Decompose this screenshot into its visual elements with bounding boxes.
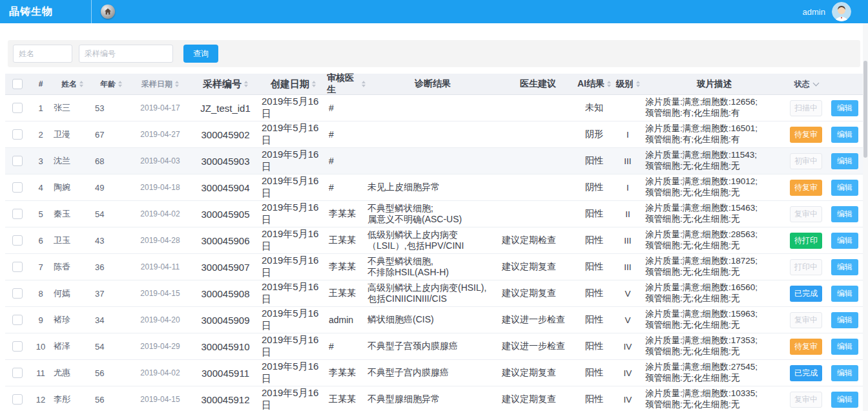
cell-level: III	[612, 156, 643, 167]
row-checkbox[interactable]	[12, 103, 23, 113]
sort-caret-icon[interactable]	[244, 81, 248, 87]
status-button[interactable]: 已完成	[790, 365, 822, 381]
cell-edit: 编辑	[827, 232, 863, 249]
cell-ai_result: 阳性	[576, 340, 612, 353]
cell-reviewer: #	[327, 155, 366, 167]
username-label[interactable]: admin	[803, 7, 825, 17]
cell-reviewer: 李某某	[327, 207, 366, 220]
sort-caret-icon[interactable]	[79, 81, 83, 87]
status-button[interactable]: 待复审	[790, 127, 822, 143]
cell-ai_result: 阳性	[576, 393, 612, 406]
edit-button[interactable]: 编辑	[831, 339, 858, 355]
edit-button[interactable]: 编辑	[831, 153, 858, 169]
home-button[interactable]	[101, 5, 115, 19]
row-checkbox[interactable]	[12, 129, 23, 140]
cell-level: IV	[612, 341, 643, 352]
cell-sample_id: 300045910	[191, 341, 260, 353]
row-checkbox[interactable]	[12, 288, 23, 299]
cell-name: 何嫣	[52, 287, 93, 300]
col-header-label: 采样日期	[141, 79, 172, 90]
edit-button[interactable]: 编辑	[831, 180, 858, 196]
edit-button[interactable]: 编辑	[831, 259, 858, 275]
col-header-sample_date[interactable]: 采样日期	[129, 79, 191, 90]
cell-ai_result: 阴性	[576, 181, 612, 194]
select-all-checkbox[interactable]	[12, 79, 23, 89]
cell-status: 待复审	[785, 126, 827, 143]
row-checkbox[interactable]	[12, 235, 23, 246]
sort-caret-icon[interactable]	[312, 81, 316, 87]
status-button[interactable]: 待复审	[790, 180, 822, 196]
edit-button[interactable]: 编辑	[831, 312, 858, 328]
row-select-cell	[5, 341, 30, 352]
table-row: 12李彤562019-04-153000459122019年5月16日王某某不典…	[5, 386, 863, 411]
cell-index: 11	[30, 368, 52, 379]
status-button[interactable]: 已完成	[790, 286, 822, 302]
query-button[interactable]: 查询	[183, 45, 218, 63]
col-header-label: 姓名	[61, 79, 77, 90]
sort-caret-icon[interactable]	[175, 81, 179, 87]
cell-slide_desc: 涂片质量:满意;细胞数:27545; 颈管细胞:无;化生细胞:无	[643, 361, 785, 385]
edit-button[interactable]: 编辑	[831, 233, 858, 249]
status-button: 复审中	[790, 312, 822, 328]
cell-diagnosis	[366, 107, 500, 109]
row-checkbox[interactable]	[12, 368, 23, 378]
status-button[interactable]: 待打印	[790, 233, 822, 249]
cell-ai_result: 阴形	[576, 128, 612, 141]
cell-reviewer: 王某某	[327, 287, 366, 300]
name-input[interactable]	[13, 45, 72, 63]
col-header-reviewer[interactable]: 审核医生	[327, 72, 366, 96]
edit-button[interactable]: 编辑	[831, 100, 858, 116]
sort-caret-icon[interactable]	[118, 81, 122, 87]
col-header-label: 医生建议	[520, 78, 556, 90]
col-header-status[interactable]: 状态	[785, 79, 827, 90]
row-select-cell	[5, 261, 30, 273]
col-header-created[interactable]: 创建日期	[260, 78, 327, 90]
col-header-ai_result[interactable]: AI结果	[576, 78, 612, 90]
col-header-age[interactable]: 年龄	[93, 79, 129, 90]
cell-sample_id: 300045912	[191, 394, 260, 406]
row-checkbox[interactable]	[12, 156, 23, 166]
cell-age: 54	[93, 209, 129, 220]
col-header-sample_id[interactable]: 采样编号	[191, 78, 260, 90]
edit-button[interactable]: 编辑	[831, 127, 858, 143]
scrollbar-thumb[interactable]	[863, 61, 867, 158]
chevron-down-icon[interactable]	[812, 79, 819, 86]
row-checkbox[interactable]	[12, 341, 23, 352]
row-checkbox[interactable]	[12, 394, 23, 405]
status-button: 初审中	[790, 153, 822, 169]
cell-status: 复审中	[785, 311, 827, 329]
edit-button[interactable]: 编辑	[831, 365, 858, 381]
sort-caret-icon[interactable]	[636, 81, 640, 87]
row-checkbox[interactable]	[12, 262, 23, 272]
cell-level: II	[612, 209, 643, 220]
data-table: #姓名年龄采样日期采样编号创建日期审核医生诊断结果医生建议AI结果级别玻片描述状…	[5, 74, 863, 411]
col-header-level[interactable]: 级别	[612, 78, 643, 90]
cell-name: 李彤	[52, 393, 93, 406]
cell-level: V	[612, 315, 643, 326]
col-header-name[interactable]: 姓名	[52, 79, 93, 90]
col-header-label: 级别	[616, 78, 634, 90]
cell-diagnosis	[366, 160, 500, 162]
sort-caret-icon[interactable]	[607, 81, 611, 87]
scrollbar[interactable]	[863, 23, 868, 411]
cell-created: 2019年5月16日	[260, 360, 327, 386]
cell-advice: 建议进一步检查	[500, 313, 576, 326]
cell-diagnosis: 鳞状细胞癌(CIS)	[366, 313, 500, 326]
edit-button[interactable]: 编辑	[831, 286, 858, 302]
cell-edit: 编辑	[827, 179, 863, 196]
cell-sample_date: 2019-04-11	[129, 262, 191, 272]
status-button[interactable]: 待复审	[790, 339, 822, 355]
cell-status: 复审中	[785, 206, 827, 223]
avatar[interactable]	[832, 2, 851, 21]
cell-level: V	[612, 288, 643, 299]
cell-sample_id: 300045902	[191, 129, 260, 141]
cell-advice: 建议定期复查	[500, 393, 576, 406]
edit-button[interactable]: 编辑	[831, 392, 858, 408]
sample-id-input[interactable]	[79, 45, 173, 63]
status-button: 复审中	[790, 392, 822, 408]
cell-diagnosis: 不典型鳞状细胞, 不排除HSIL(ASH-H)	[366, 255, 500, 279]
row-checkbox[interactable]	[12, 315, 23, 325]
row-checkbox[interactable]	[12, 209, 23, 219]
edit-button[interactable]: 编辑	[831, 206, 858, 222]
row-checkbox[interactable]	[12, 182, 23, 193]
